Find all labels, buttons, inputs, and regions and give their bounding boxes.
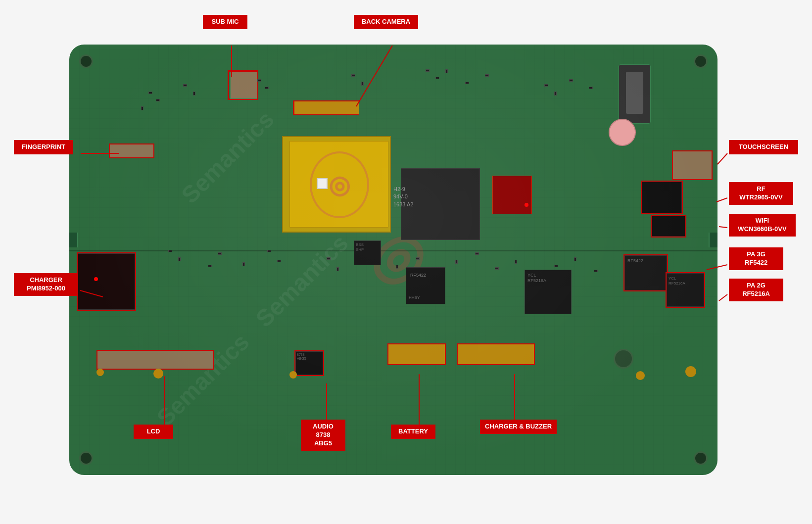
sub-mic-label: SUB MIC (203, 15, 247, 29)
pa2g-line (719, 294, 727, 301)
pa3g-label: PA 3GRF5422 (729, 247, 783, 270)
fingerprint-highlight (109, 143, 154, 158)
wifi-chip (652, 216, 685, 237)
camera-module-inner: ◎ (289, 141, 388, 228)
charger-pmi-chip (78, 253, 135, 310)
fingerprint-connector (110, 144, 153, 157)
sub-mic-chip (230, 72, 257, 99)
pa2g-highlight (666, 272, 705, 308)
audio-jack-inner (626, 72, 643, 114)
lcd-label: LCD (134, 425, 173, 439)
mount-hole-tr (694, 54, 708, 68)
white-led (317, 178, 328, 189)
fingerprint-label: FINGERPRINT (14, 140, 73, 154)
audio-highlight (294, 350, 324, 376)
gold-pad-3 (289, 371, 297, 379)
watermark-2: Semantics (250, 229, 354, 333)
gold-pad-5 (685, 366, 696, 377)
charger-pmi-label: CHARGERPMI8952-000 (14, 273, 78, 296)
gold-pad-2 (153, 369, 163, 379)
gold-pad-4 (636, 371, 645, 380)
mid-chip-1: BSSSHP (354, 240, 381, 265)
pa3g-highlight (623, 254, 668, 291)
pa2g-chip: YCLRF5216A (667, 273, 704, 307)
audio-jack (619, 64, 651, 124)
sub-mic-highlight (228, 70, 258, 100)
main-chip-red (492, 176, 532, 214)
back-camera-label: BACK CAMERA (354, 15, 418, 29)
wifi-highlight (651, 215, 686, 238)
watermark-3: Semantics (151, 328, 255, 431)
rf-line (716, 198, 727, 202)
charger-buzzer-label: CHARGER & BUZZER (480, 420, 557, 434)
charger-buzzer-connector (458, 344, 534, 364)
audio-chip: 8738ABG5 (295, 351, 323, 375)
lower-right-chip: YCLRF5216A (525, 270, 572, 314)
charger-chip-indicator (94, 277, 98, 281)
pcb-label: H2-9 94V-0 1633 A2 (393, 186, 435, 208)
charger-pmi-highlight (77, 252, 136, 311)
watermark-1: Semantics (176, 105, 280, 209)
lcd-highlight (96, 350, 214, 370)
touchscreen-label: TOUCHSCREEN (729, 140, 798, 154)
touchscreen-line (717, 153, 727, 164)
battery-highlight (387, 343, 446, 365)
touchscreen-connector (673, 151, 712, 179)
mount-hole-br (694, 451, 708, 465)
wifi-label: WIFIWCN3660B-0VV (729, 214, 796, 237)
audio-label: AUDIO8738ABG5 (301, 420, 345, 451)
rf5422-chip: RF5422 HHBY (406, 267, 445, 304)
rf-chip (642, 182, 682, 213)
soc-chip (401, 168, 480, 240)
rf-label: RFWTR2965-0VV (729, 182, 793, 205)
vibrator-motor (609, 119, 636, 146)
pa3g-chip: RF5422 (624, 255, 667, 290)
back-camera-highlight (293, 100, 359, 115)
pa2g-label: PA 2GRF5216A (729, 279, 783, 301)
rf-highlight (641, 181, 683, 214)
gold-pad-1 (96, 369, 104, 376)
chip-indicator (525, 203, 528, 207)
mount-hole-tl (79, 54, 93, 68)
pcb-board: Semantics Semantics Semantics ◎ (69, 45, 717, 475)
board-logo: ◎ (368, 222, 420, 291)
touchscreen-highlight (672, 150, 713, 180)
wifi-line (719, 227, 727, 228)
camera-module-area (282, 136, 391, 233)
lcd-connector (97, 351, 213, 369)
battery-label: BATTERY (391, 425, 435, 439)
board-section-upper (69, 45, 717, 251)
buzzer-component (614, 349, 633, 369)
side-notch-r (709, 233, 717, 247)
board-container: Semantics Semantics Semantics ◎ (0, 0, 812, 524)
charger-buzzer-highlight (457, 343, 535, 365)
battery-connector (388, 344, 445, 364)
back-camera-connector (294, 101, 359, 114)
mount-hole-bl (79, 451, 93, 465)
side-notch-l (69, 233, 78, 247)
